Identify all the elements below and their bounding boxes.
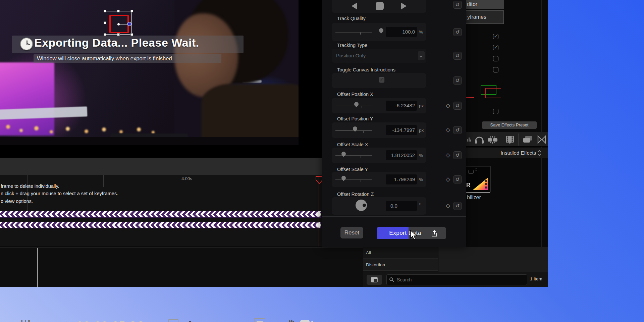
keyframe-diamond-icon[interactable]: ◇: [446, 176, 450, 182]
browser-footer-bar: 1 item: [363, 272, 548, 287]
video-viewer[interactable]: Exporting Data... Please Wait. Window wi…: [0, 0, 299, 145]
transitions-icon[interactable]: [537, 135, 546, 144]
keyframe-endpoint[interactable]: [316, 212, 321, 217]
mouse-cursor: [410, 230, 419, 240]
reset-button[interactable]: ↺: [453, 76, 462, 85]
tracker-handle[interactable]: [130, 10, 133, 12]
bokeh-light: [50, 130, 53, 133]
keyframe-diamond-icon[interactable]: ◇: [446, 127, 450, 133]
reset-button[interactable]: ↺: [453, 126, 462, 134]
keyframe-diamond-icon[interactable]: ◇: [446, 103, 450, 109]
dropdown-chevron-icon[interactable]: [418, 51, 425, 60]
zoom-out-fit-button[interactable]: [168, 319, 178, 322]
step-forward-icon[interactable]: [401, 3, 407, 9]
keyframe-editor[interactable]: 4.00s frame to delete individually. n cl…: [0, 175, 322, 247]
desktop: Exporting Data... Please Wait. Window wi…: [0, 0, 644, 322]
category-all[interactable]: All: [363, 247, 438, 259]
ruler-tick: [103, 175, 104, 187]
layer-checkbox[interactable]: [493, 67, 498, 72]
tracker-offset-handle[interactable]: [127, 22, 131, 26]
tracker-handle[interactable]: [117, 10, 120, 12]
keyframe-diamond-icon[interactable]: ◇: [446, 152, 450, 158]
marker-bar-icon[interactable]: [28, 320, 30, 322]
reset-button[interactable]: ↺: [453, 202, 462, 210]
rotation-dial[interactable]: [356, 200, 367, 211]
sort-chevrons-icon[interactable]: [538, 151, 541, 155]
headphones-icon[interactable]: [474, 135, 484, 144]
toggle-canvas-checkbox[interactable]: ✓: [379, 77, 384, 83]
offset-position-y-value[interactable]: -134.7997: [386, 125, 417, 135]
scene-foreground-desk: [0, 137, 299, 145]
film-strip-icon[interactable]: [505, 135, 515, 144]
offset-position-y-label: Offset Position Y: [337, 116, 373, 121]
playhead-line[interactable]: [319, 176, 319, 247]
tracker-inspector-popup: ↺ Track Quality 100.0 % ↺ Tracking Type …: [322, 0, 466, 247]
search-icon: [389, 277, 394, 282]
sidebar-toggle-button[interactable]: [367, 275, 382, 285]
layer-checkbox[interactable]: [493, 56, 498, 61]
effect-thumb-letter: R: [466, 182, 470, 189]
timeline-clip-area[interactable]: [0, 247, 363, 287]
red-track-rect: [485, 88, 501, 98]
offset-rotation-z-label: Offset Rotation Z: [337, 192, 374, 197]
reset-button[interactable]: ↺: [453, 102, 462, 110]
retrack-camera-icon[interactable]: ↺: [300, 318, 314, 322]
tracker-path-line: [466, 97, 474, 98]
tab-keyframes[interactable]: yframes: [466, 10, 504, 24]
tab-editor[interactable]: ditor: [466, 0, 504, 9]
sound-effects-icon[interactable]: [487, 135, 498, 144]
app-window: Exporting Data... Please Wait. Window wi…: [0, 0, 548, 287]
viewer-matte: Exporting Data... Please Wait. Window wi…: [0, 0, 322, 158]
offset-scale-y-value[interactable]: 1.798249: [386, 174, 417, 184]
track-quality-value[interactable]: 100.0: [386, 27, 417, 37]
offset-position-x-slider[interactable]: [335, 106, 372, 106]
search-input[interactable]: [386, 274, 527, 285]
effect-thumbnail-selected[interactable]: R: [466, 166, 490, 193]
layer-checkbox[interactable]: ✓: [493, 34, 498, 39]
keyframe-track-row[interactable]: [0, 222, 321, 228]
reset-button[interactable]: ↺: [453, 151, 462, 159]
audio-bars-icon[interactable]: [467, 136, 472, 143]
right-effects-panel: ditor yframes ✓ ✓ Save Effects Preset: [466, 0, 548, 287]
bokeh-light: [85, 129, 88, 133]
keyframe-track-row[interactable]: [0, 211, 321, 218]
tracking-type-dropdown[interactable]: Position Only: [332, 49, 426, 63]
installed-effects-header[interactable]: Installed Effects: [466, 148, 548, 158]
hand-tool-icon[interactable]: [286, 319, 296, 322]
stopwatch-icon: [20, 38, 33, 50]
bokeh-light: [66, 127, 70, 131]
offset-scale-x-slider[interactable]: [335, 155, 372, 156]
reset-all-button[interactable]: Reset: [340, 227, 363, 238]
offset-position-x-value[interactable]: -6.23482: [386, 101, 417, 111]
tracker-center-point[interactable]: [117, 23, 120, 25]
keyframe-diamond-icon[interactable]: ◇: [446, 203, 450, 209]
bokeh-light: [34, 126, 39, 130]
offset-scale-y-slider[interactable]: [335, 179, 372, 180]
reset-button[interactable]: ↺: [453, 175, 462, 183]
stop-icon[interactable]: [376, 2, 384, 10]
category-distortion[interactable]: Distortion: [363, 259, 438, 271]
layer-checkbox[interactable]: [493, 109, 498, 114]
reset-button[interactable]: ↺: [453, 52, 462, 60]
tracker-handle[interactable]: [104, 21, 106, 24]
step-back-icon[interactable]: [352, 3, 357, 9]
timecode: 00:00:05:26: [76, 320, 144, 322]
themes-icon[interactable]: [523, 135, 533, 144]
offset-rotation-z-value[interactable]: 0.0: [386, 201, 417, 211]
marker-bar-icon[interactable]: [21, 320, 22, 322]
share-export-icon: [430, 229, 438, 237]
tracker-handle[interactable]: [104, 10, 106, 12]
save-effects-preset-button[interactable]: Save Effects Preset: [482, 121, 537, 129]
track-quality-slider[interactable]: [335, 32, 372, 33]
offset-scale-x-value[interactable]: 1.8120052: [386, 150, 417, 160]
keyframe-endpoint[interactable]: [316, 222, 321, 228]
reset-button[interactable]: ↺: [453, 28, 462, 36]
hint-line: o view options.: [1, 199, 33, 204]
transport-bar: 00:00:05:26 ↺: [0, 158, 322, 175]
toggle-canvas-label: Toggle Canvas Instructions: [337, 67, 395, 72]
offset-position-x-label: Offset Position X: [337, 92, 373, 97]
zoom-fit-button[interactable]: [254, 318, 265, 322]
reset-button[interactable]: ↺: [453, 1, 462, 9]
hint-line: n click + drag your mouse to select a se…: [1, 191, 118, 196]
layer-checkbox[interactable]: ✓: [493, 45, 498, 50]
